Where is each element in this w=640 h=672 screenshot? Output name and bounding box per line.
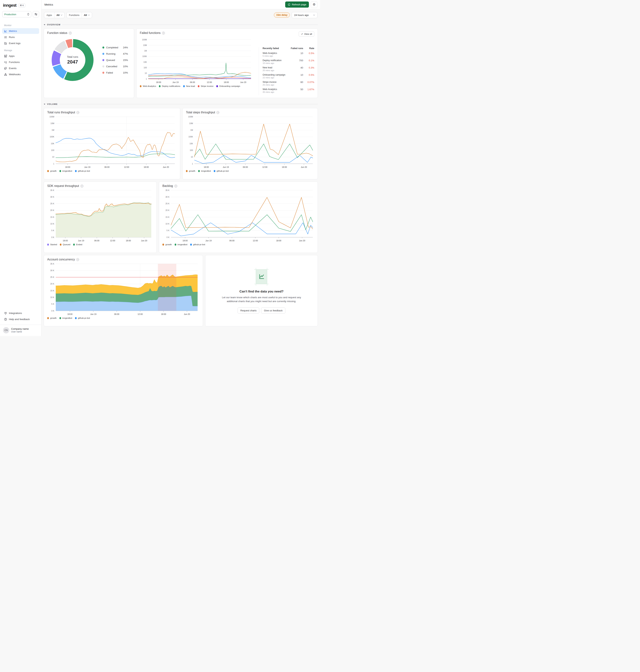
volume-row-1: Total runs throughput ? 11010010K100K1M1… bbox=[44, 108, 318, 179]
caret-down-icon bbox=[44, 24, 45, 25]
function-name: Web Analytics bbox=[263, 52, 289, 55]
recently-failed-rows: Web Analytics5 mins ago100.5%Deploy noti… bbox=[263, 52, 314, 93]
account-row[interactable]: CN Company name User name bbox=[2, 325, 39, 333]
help-icon[interactable]: ? bbox=[162, 32, 165, 34]
help-icon[interactable]: ? bbox=[81, 185, 83, 187]
function-status-title: Function status bbox=[47, 31, 68, 34]
svg-text:10K: 10K bbox=[51, 142, 54, 145]
sidebar-item-label: Runs bbox=[9, 36, 15, 39]
sidebar-item-apps[interactable]: Apps bbox=[2, 53, 39, 59]
help-icon[interactable]: ? bbox=[76, 111, 79, 114]
legend-item[interactable]: Stripe invoice bbox=[198, 85, 214, 87]
svg-text:35 K: 35 K bbox=[50, 263, 54, 265]
svg-text:100K: 100K bbox=[49, 135, 54, 138]
account-concurrency-title: Account concurrency bbox=[47, 258, 75, 261]
sidebar-item-help[interactable]: Help and feedback bbox=[2, 316, 39, 322]
nav-group-label: Manage bbox=[2, 46, 39, 53]
legend-dot bbox=[183, 85, 185, 87]
sidebar-item-label: Events bbox=[9, 67, 16, 70]
legend-item[interactable]: growth bbox=[162, 243, 172, 246]
time-range-value: 24 hours ago bbox=[294, 14, 309, 16]
sliders-icon bbox=[34, 13, 38, 16]
status-percent: 47% bbox=[123, 53, 128, 55]
help-icon[interactable]: ? bbox=[76, 258, 79, 261]
time-range-select[interactable]: 24 hours ago bbox=[292, 12, 317, 18]
functions-filter[interactable]: Functions All bbox=[67, 12, 92, 18]
legend-item[interactable]: github-pr-bot bbox=[190, 243, 205, 246]
help-circle-icon bbox=[4, 318, 7, 321]
section-overview-header[interactable]: OVERVIEW bbox=[44, 21, 318, 29]
legend-item[interactable]: github-pr-bot bbox=[214, 170, 229, 172]
give-feedback-button[interactable]: Give us feedback bbox=[261, 308, 285, 314]
sidebar-item-webhooks[interactable]: Webhooks bbox=[2, 71, 39, 77]
settings-button[interactable]: ⚙ bbox=[311, 1, 317, 8]
sidebar-item-functions[interactable]: Functions bbox=[2, 59, 39, 65]
legend-item[interactable]: Started bbox=[47, 243, 57, 246]
legend-dot bbox=[47, 244, 49, 246]
help-icon[interactable]: ? bbox=[174, 185, 177, 187]
status-legend-item[interactable]: Running47% bbox=[102, 53, 128, 55]
sidebar-footer: IntegrationsHelp and feedback bbox=[2, 310, 39, 323]
legend-item[interactable]: Deploy notifications bbox=[159, 85, 180, 87]
svg-text:100M: 100M bbox=[49, 116, 54, 118]
svg-text:12:00: 12:00 bbox=[253, 240, 258, 242]
legend-item[interactable]: inngestbot bbox=[198, 170, 211, 172]
legend-item[interactable]: Onboarding campaign bbox=[216, 85, 240, 87]
status-legend-item[interactable]: Queued15% bbox=[102, 59, 128, 61]
failed-runs: 10 bbox=[290, 52, 303, 55]
table-row[interactable]: New lead20 mins ago400.3% bbox=[263, 66, 314, 71]
sidebar-item-event-logs[interactable]: Event logs bbox=[2, 40, 39, 46]
sidebar-item-metrics[interactable]: Metrics bbox=[2, 28, 39, 34]
legend-item[interactable]: growth bbox=[47, 317, 57, 319]
table-row[interactable]: Stripe invoice25 mins ago600.07% bbox=[263, 81, 314, 86]
svg-text:10: 10 bbox=[52, 156, 54, 158]
legend-item[interactable]: New lead bbox=[183, 85, 195, 87]
legend-item[interactable]: Ended bbox=[73, 243, 82, 246]
legend-item[interactable]: github-pr-bot bbox=[75, 317, 90, 319]
apps-filter[interactable]: Apps All bbox=[44, 12, 64, 18]
help-icon[interactable]: ? bbox=[217, 111, 219, 114]
legend-dot bbox=[47, 317, 49, 319]
sidebar-item-events[interactable]: Events bbox=[2, 66, 39, 71]
svg-text:1: 1 bbox=[192, 163, 193, 165]
svg-text:10M: 10M bbox=[143, 44, 147, 46]
legend-item[interactable]: Queued bbox=[60, 243, 70, 246]
sidebar-item-runs[interactable]: Runs bbox=[2, 34, 39, 40]
failure-rate: 0.5% bbox=[304, 52, 314, 55]
legend-item[interactable]: inngestbot bbox=[59, 317, 72, 319]
command-k-shortcut[interactable]: ⌘ K bbox=[18, 3, 25, 8]
svg-text:0 K: 0 K bbox=[166, 236, 170, 238]
environment-select[interactable]: Production bbox=[2, 11, 31, 17]
legend-dot bbox=[190, 244, 192, 246]
account-company: Company name bbox=[11, 328, 29, 330]
table-row[interactable]: Deploy notification10 mins ago7000.1% bbox=[263, 59, 314, 64]
legend-item[interactable]: inngestbot bbox=[59, 170, 72, 172]
legend-item[interactable]: growth bbox=[186, 170, 195, 172]
environment-filter-button[interactable] bbox=[33, 11, 39, 17]
status-legend-item[interactable]: Failed10% bbox=[102, 71, 128, 74]
legend-item[interactable]: Web Analytics bbox=[140, 85, 156, 87]
legend-item[interactable]: github-pr-bot bbox=[75, 170, 90, 172]
svg-text:0 K: 0 K bbox=[51, 236, 54, 238]
section-volume-header[interactable]: VOLUME bbox=[44, 100, 318, 108]
help-icon[interactable]: ? bbox=[69, 32, 72, 34]
legend-dot bbox=[102, 72, 104, 74]
status-legend-item[interactable]: Completed24% bbox=[102, 46, 128, 49]
failed-runs: 700 bbox=[290, 59, 303, 62]
table-row[interactable]: Onboarding campaign22 mins ago100.5% bbox=[263, 73, 314, 79]
legend-label: github-pr-bot bbox=[217, 170, 229, 172]
status-legend-item[interactable]: Cancelled10% bbox=[102, 65, 128, 68]
legend-item[interactable]: growth bbox=[47, 170, 57, 172]
request-charts-button[interactable]: Request charts bbox=[237, 308, 259, 314]
table-row[interactable]: Web Analytics5 mins ago100.5% bbox=[263, 52, 314, 57]
sidebar-item-integrations[interactable]: Integrations bbox=[2, 310, 39, 316]
legend-dot bbox=[198, 85, 200, 87]
view-all-button[interactable]: ↗ View all bbox=[299, 31, 314, 37]
svg-text:Jun 20: Jun 20 bbox=[184, 313, 190, 315]
chevron-down-icon bbox=[88, 14, 90, 16]
table-row[interactable]: Web Analytics35 mins ago501.67% bbox=[263, 88, 314, 93]
legend-dot bbox=[216, 85, 218, 87]
legend-dot bbox=[162, 244, 164, 246]
legend-item[interactable]: inngestbot bbox=[175, 243, 187, 246]
refresh-page-button[interactable]: Refresh page bbox=[285, 1, 309, 8]
